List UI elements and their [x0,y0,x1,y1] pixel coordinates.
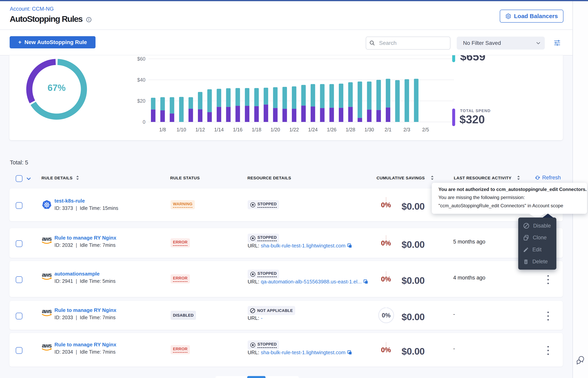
svg-text:aws: aws [42,309,52,314]
svg-text:2/5: 2/5 [422,127,429,132]
svg-text:1/26: 1/26 [327,127,336,132]
svg-text:$20: $20 [137,98,145,104]
svg-text:0: 0 [143,119,145,125]
svg-text:1/22: 1/22 [289,127,299,132]
svg-text:1/24: 1/24 [308,127,318,132]
svg-text:67%: 67% [48,83,66,93]
svg-text:1/14: 1/14 [214,127,224,132]
svg-text:$60: $60 [137,56,145,62]
svg-text:1/8: 1/8 [159,127,166,132]
svg-text:aws: aws [42,344,52,349]
svg-text:aws: aws [42,237,52,242]
svg-text:aws: aws [42,273,52,278]
svg-text:1/18: 1/18 [252,127,261,132]
svg-text:1/12: 1/12 [195,127,205,132]
svg-text:2/1: 2/1 [384,127,392,132]
svg-text:1/28: 1/28 [346,127,355,132]
svg-text:1/10: 1/10 [177,127,186,132]
svg-text:1/30: 1/30 [365,127,374,132]
svg-text:1/20: 1/20 [271,127,280,132]
svg-text:1/16: 1/16 [233,127,243,132]
svg-text:$40: $40 [137,77,145,83]
svg-text:2/3: 2/3 [403,127,410,132]
